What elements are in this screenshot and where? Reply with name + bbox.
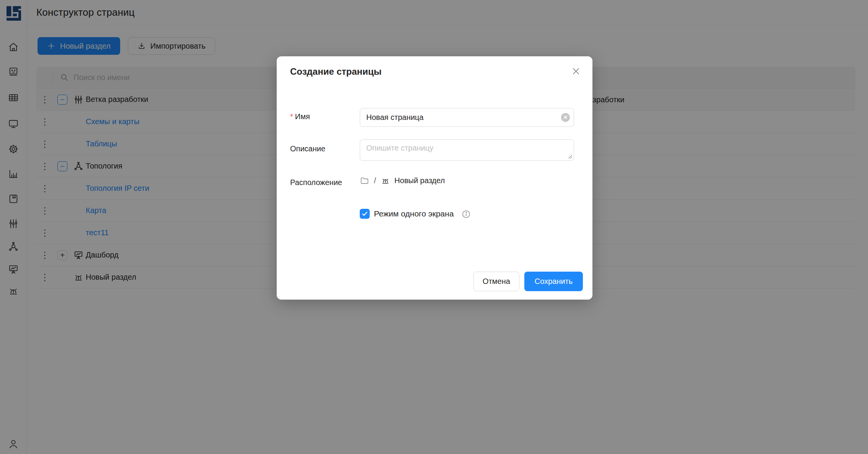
location-field-label: Расположение xyxy=(290,178,342,187)
name-input[interactable] xyxy=(360,108,574,127)
modal-footer: Отмена Сохранить xyxy=(473,272,583,291)
cancel-button[interactable]: Отмена xyxy=(473,272,519,291)
breadcrumb-separator: / xyxy=(374,176,376,185)
description-field-label: Описание xyxy=(290,144,325,153)
description-field xyxy=(360,139,574,161)
name-field: ✕ xyxy=(360,108,574,127)
clear-input-icon[interactable]: ✕ xyxy=(561,113,570,122)
app-root: Конструктор страниц Новый раздел Импорти… xyxy=(0,0,868,454)
location-value[interactable]: Новый раздел xyxy=(395,176,445,185)
location-breadcrumb: / Новый раздел xyxy=(360,176,445,185)
alarm-icon xyxy=(381,176,390,185)
name-field-label: *Имя xyxy=(290,112,310,121)
create-page-modal: Создание страницы *Имя ✕ Описание Распол… xyxy=(277,56,592,300)
save-button[interactable]: Сохранить xyxy=(524,272,583,291)
single-screen-checkbox[interactable] xyxy=(360,209,370,219)
close-icon[interactable] xyxy=(569,65,582,78)
folder-icon[interactable] xyxy=(360,176,369,185)
info-icon[interactable] xyxy=(462,210,471,219)
description-textarea[interactable] xyxy=(360,139,574,161)
checkbox-label[interactable]: Режим одного экрана xyxy=(374,209,454,218)
modal-title: Создание страницы xyxy=(290,66,382,77)
required-asterisk: * xyxy=(290,112,293,121)
